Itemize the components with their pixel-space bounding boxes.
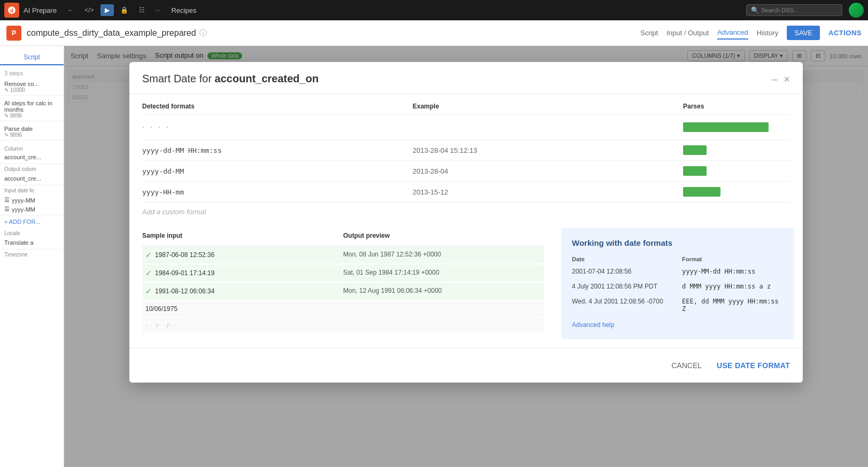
sample-row-2: ✓ 1984-09-01 17:14:19 Sat, 01 Sep 1984 1… xyxy=(142,264,544,282)
df-col-parses: Parses xyxy=(683,103,790,110)
use-date-format-button[interactable]: USE DATE FORMAT xyxy=(717,357,790,374)
search-bar[interactable]: 🔍 Search DSS... xyxy=(746,4,842,16)
df-dots: · · · · xyxy=(142,120,413,134)
date-format-2: d MMM yyyy HH:mm:ss a z xyxy=(682,283,784,290)
date-val-3: Wed, 4 Jul 2001 12:08:56 -0700 xyxy=(572,298,673,313)
sidebar: Script 3 steps Remove co... ✎ 10000 AI s… xyxy=(0,46,64,467)
top-navigation: d AI Prepare ← </> ▶ 🔒 ☷ ··· Recipes 🔍 S… xyxy=(0,0,868,20)
sample-header: Sample input Output preview xyxy=(142,228,544,244)
df-parses-1 xyxy=(683,145,790,155)
project-name: AI Prepare xyxy=(24,6,57,14)
search-placeholder: Search DSS... xyxy=(761,7,799,13)
add-custom-format[interactable]: Add a custom format xyxy=(142,203,790,221)
modal-header-controls: – × xyxy=(772,74,790,84)
sample-val-2: 1984-09-01 17:14:19 xyxy=(155,269,214,277)
date-col-header: Date xyxy=(572,256,673,264)
date-format-3: EEE, dd MMM yyyy HH:mm:ss Z xyxy=(682,298,784,313)
remove-step[interactable]: Remove co... ✎ 10000 xyxy=(0,79,64,96)
date-val-1: 2001-07-04 12:08:56 xyxy=(572,268,673,275)
top-parse-bar-container xyxy=(683,122,790,132)
sample-output-1: Mon, 08 Jun 1987 12:52:36 +0000 xyxy=(343,251,541,259)
modal-header: Smart Date for account_created_on – × xyxy=(129,62,803,94)
script-area: Script 3 steps Remove co... ✎ 10000 AI s… xyxy=(0,46,868,467)
parse-date-step[interactable]: Parse date ✎ 9896 xyxy=(0,123,64,141)
detected-formats-section: Detected formats Example Parses · · · · xyxy=(129,94,803,221)
modal-overlay: Smart Date for account_created_on – × De… xyxy=(64,46,868,467)
tab-history[interactable]: History xyxy=(757,27,778,39)
df-row-3[interactable]: yyyy-HH-mm 2013-15-12 xyxy=(142,182,790,203)
tab-advanced[interactable]: Advanced xyxy=(717,26,748,40)
list-icon2: ☰ xyxy=(4,206,10,213)
code-btn[interactable]: </> xyxy=(80,4,98,16)
df-parses-2 xyxy=(683,166,790,176)
back-btn[interactable]: ← xyxy=(63,4,78,16)
sample-row-1: ✓ 1987-06-08 12:52:36 Mon, 08 Jun 1987 1… xyxy=(142,246,544,263)
modal-title-bold: account_created_on xyxy=(215,73,319,84)
sample-input-3: ✓ 1991-08-12 06:06:34 xyxy=(145,287,343,295)
tab-input-output[interactable]: Input / Output xyxy=(666,27,709,39)
output-preview-header: Output preview xyxy=(343,232,544,239)
actions-button[interactable]: ACTIONS xyxy=(828,29,862,37)
input-date-row2: ☰ yyyy-MM xyxy=(0,205,64,215)
date-help-grid: Date Format 2001-07-04 12:08:56 yyyy-MM-… xyxy=(572,256,784,317)
sample-val-3: 1991-08-12 06:06:34 xyxy=(155,287,214,295)
ai-steps[interactable]: AI steps for calc in months ✎ 9896 xyxy=(0,98,64,121)
second-navigation: P compute_dss_dirty_data_example_prepare… xyxy=(0,20,868,46)
input-date-label: Input date fo xyxy=(0,185,64,196)
close-button[interactable]: × xyxy=(784,74,790,84)
recipes-label: Recipes xyxy=(172,6,197,14)
df-example-3: 2013-15-12 xyxy=(413,188,683,196)
sidebar-tabs: Script xyxy=(0,50,64,66)
advanced-help-link[interactable]: Advanced help xyxy=(572,321,784,329)
check-icon-3: ✓ xyxy=(145,287,152,295)
play-btn[interactable]: ▶ xyxy=(100,4,114,16)
list-icon1: ☰ xyxy=(4,197,10,204)
top-parse-bar xyxy=(683,122,769,132)
cancel-button[interactable]: CANCEL xyxy=(663,357,710,374)
df-format-3: yyyy-HH-mm xyxy=(142,188,413,196)
output-col-label: Output colum xyxy=(0,164,64,174)
column-value: account_cre... xyxy=(0,153,64,164)
sample-val-4: 10/06/1975 xyxy=(145,305,177,313)
sample-row-truncated: · · /· ·/· · · · xyxy=(142,318,544,333)
df-row-1[interactable]: yyyy-dd-MM HH:mm:ss 2013-28-04 15:12:13 xyxy=(142,140,790,161)
parse-bar-2 xyxy=(683,166,707,176)
date-val-2: 4 July 2001 12:08:56 PM PDT xyxy=(572,283,673,290)
df-example-1: 2013-28-04 15:12:13 xyxy=(413,146,683,154)
sample-row-4: 10/06/1975 xyxy=(142,301,544,317)
date-help-title: Working with date formats xyxy=(572,238,784,247)
df-col-format: Detected formats xyxy=(142,103,413,110)
locale-label: Locale xyxy=(0,228,64,238)
column-label: Column xyxy=(0,145,64,153)
search-icon: 🔍 xyxy=(751,6,759,14)
add-format-button[interactable]: + ADD FOR... xyxy=(0,215,45,228)
tab-script[interactable]: Script xyxy=(640,27,658,39)
df-col-example: Example xyxy=(413,103,683,110)
save-button[interactable]: SAVE xyxy=(787,26,820,40)
input-date-row1: ☰ yyyy-MM xyxy=(0,196,64,205)
main-content: Script Sample settings Script output on … xyxy=(64,46,868,467)
df-row-top: · · · · xyxy=(142,115,790,140)
sample-val-1: 1987-06-08 12:52:36 xyxy=(155,251,214,259)
sample-input-1: ✓ 1987-06-08 12:52:36 xyxy=(145,251,343,259)
df-row-2[interactable]: yyyy-dd-MM 2013-28-04 xyxy=(142,161,790,182)
modal-title: Smart Date for account_created_on xyxy=(142,73,319,85)
minimize-button[interactable]: – xyxy=(772,74,777,84)
info-icon: ⓘ xyxy=(199,28,207,38)
second-nav-right: Script Input / Output Advanced History S… xyxy=(640,26,862,40)
steps-label: 3 steps xyxy=(0,70,64,79)
date-help-panel: Working with date formats Date Format 20… xyxy=(561,228,794,339)
sample-truncated-indicator: · · /· ·/· · · · xyxy=(145,322,343,329)
sample-output-4 xyxy=(343,305,541,313)
deploy-btn[interactable]: 🔒 xyxy=(116,4,133,16)
user-avatar xyxy=(849,3,864,18)
chart-btn[interactable]: ☷ xyxy=(135,4,149,16)
file-icon: P xyxy=(6,26,21,41)
more-btn[interactable]: ··· xyxy=(151,4,165,16)
document-title: compute_dss_dirty_data_example_prepared xyxy=(27,28,196,38)
parse-bar-1 xyxy=(683,145,707,155)
sample-input-2: ✓ 1984-09-01 17:14:19 xyxy=(145,269,343,277)
timezone-label: Timezone xyxy=(0,250,64,260)
sidebar-tab-script[interactable]: Script xyxy=(0,50,64,65)
modal-bottom: Sample input Output preview ✓ 1987-06-08… xyxy=(129,228,803,348)
